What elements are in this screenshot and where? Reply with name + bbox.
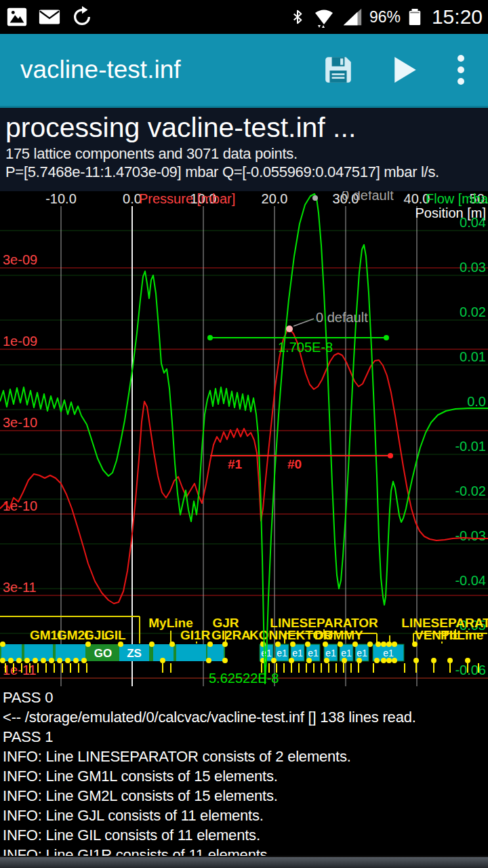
bar-label-e1: e1 bbox=[357, 648, 367, 658]
cursor-dot bbox=[286, 326, 293, 332]
log-line: INFO: Line GIL consists of 11 elements. bbox=[3, 825, 485, 845]
node-dot bbox=[392, 642, 397, 647]
log-line: INFO: Line GI1R consists of 11 elements. bbox=[3, 845, 485, 856]
node-dot bbox=[381, 658, 386, 663]
log-line: PASS 1 bbox=[3, 727, 485, 747]
node-dot bbox=[386, 658, 392, 663]
node-dot bbox=[275, 642, 281, 647]
save-button[interactable] bbox=[323, 54, 354, 85]
log-line: INFO: Line GJL consists of 11 elements. bbox=[3, 806, 485, 825]
log-line: PASS 0 bbox=[3, 688, 485, 707]
log-line: INFO: Line GM2L consists of 15 elements. bbox=[3, 786, 485, 806]
x-tick-label: -10.0 bbox=[45, 191, 77, 206]
bar-label-e1: e1 bbox=[308, 648, 319, 658]
node-dot bbox=[206, 658, 211, 663]
flow-tick-label: -0.04 bbox=[455, 573, 486, 588]
bar-label-e1: e1 bbox=[277, 648, 287, 658]
pressure-tick-label: 1e-11 bbox=[3, 663, 37, 677]
status-bar: 96% 15:20 bbox=[0, 0, 488, 34]
node-dot bbox=[169, 642, 175, 647]
run-button[interactable] bbox=[393, 56, 418, 84]
node-dot bbox=[0, 658, 5, 663]
bar-segment bbox=[176, 644, 206, 661]
node-dot bbox=[367, 642, 373, 647]
flow-tick-label: 0.01 bbox=[460, 349, 486, 364]
chart-area[interactable]: -10.00.010.020.030.040.050.0Pressure [mb… bbox=[0, 191, 488, 686]
node-dot bbox=[352, 642, 358, 647]
node-dot bbox=[57, 658, 62, 663]
node-dot bbox=[375, 642, 381, 647]
processing-header: processing vacline-test.inf ... 175 latt… bbox=[0, 108, 488, 191]
bar-label-zs: ZS bbox=[127, 647, 142, 660]
flow-tick-label: -0.06 bbox=[455, 663, 486, 677]
node-dot bbox=[290, 642, 296, 647]
node-dot bbox=[65, 658, 70, 663]
node-dot bbox=[49, 658, 54, 663]
flow-range-dot bbox=[384, 335, 389, 340]
bar-label-e1: e1 bbox=[341, 648, 352, 658]
bluetooth-icon bbox=[289, 5, 306, 28]
notification-icons bbox=[5, 5, 94, 28]
log-output[interactable]: PASS 0<-- /storage/emulated/0/calcvac/va… bbox=[0, 686, 488, 856]
processing-title: processing vacline-test.inf ... bbox=[5, 111, 484, 144]
node-dot bbox=[33, 658, 38, 663]
component-label: PbLine bbox=[441, 628, 483, 642]
android-screen: 96% 15:20 vacline-test.inf bbox=[0, 0, 488, 868]
pressure-tick-label: 3e-09 bbox=[3, 252, 37, 267]
flow-curve bbox=[0, 194, 488, 684]
cursor-label: 0 default bbox=[316, 310, 368, 325]
overflow-menu-icon bbox=[457, 54, 465, 86]
bar-label-e1: e1 bbox=[292, 648, 303, 658]
node-dot bbox=[81, 658, 87, 663]
component-label: GIL bbox=[104, 628, 126, 642]
node-dot bbox=[271, 658, 277, 663]
toolbar-actions bbox=[323, 54, 465, 86]
x-tick-label: 20.0 bbox=[262, 191, 288, 206]
flow-tick-label: 0.03 bbox=[460, 260, 486, 275]
flow-tick-label: -0.02 bbox=[455, 484, 486, 498]
wifi-icon bbox=[312, 5, 336, 28]
node-dot bbox=[357, 658, 362, 663]
overflow-menu-button[interactable] bbox=[457, 54, 465, 86]
clock: 15:20 bbox=[432, 5, 483, 28]
app-toolbar: vacline-test.inf bbox=[0, 34, 488, 108]
node-dot bbox=[323, 642, 328, 647]
system-status-icons: 96% 15:20 bbox=[289, 5, 483, 28]
node-dot bbox=[324, 658, 329, 663]
node-dot bbox=[305, 642, 310, 647]
flow-max-label: 1.705E-8 bbox=[278, 340, 333, 355]
node-dot bbox=[374, 658, 380, 663]
annotations: 1.705E-8#1#00 default0 default5.62522E-8 bbox=[207, 191, 394, 686]
pressure-tick-label: 1e-09 bbox=[3, 334, 37, 349]
battery-percent: 96% bbox=[369, 8, 401, 26]
node-dot bbox=[412, 642, 418, 647]
screenshot-icon bbox=[5, 5, 28, 28]
node-dot bbox=[392, 658, 397, 663]
node-dot bbox=[431, 658, 436, 663]
node-dot bbox=[222, 658, 228, 663]
marker-0-label: #0 bbox=[287, 457, 302, 471]
node-dot bbox=[8, 658, 14, 663]
email-icon bbox=[38, 5, 61, 28]
node-dot bbox=[342, 658, 347, 663]
node-dot bbox=[73, 658, 79, 663]
pressure-tick-label: 3e-11 bbox=[3, 580, 37, 595]
node-dot bbox=[260, 642, 266, 647]
node-dot bbox=[338, 642, 343, 647]
node-dot bbox=[306, 658, 312, 663]
flow-tick-label: 0.02 bbox=[460, 304, 486, 319]
node-dot bbox=[222, 642, 228, 647]
flow-tick-label: -0.01 bbox=[455, 439, 486, 454]
pressure-flow-chart: -10.00.010.020.030.040.050.0Pressure [mb… bbox=[0, 191, 488, 686]
app-title: vacline-test.inf bbox=[20, 56, 181, 84]
flow-range-dot bbox=[207, 335, 213, 340]
signal-icon bbox=[342, 5, 363, 28]
node-dot bbox=[24, 658, 30, 663]
node-dot bbox=[289, 658, 294, 663]
pressure-tick-label: 3e-10 bbox=[3, 415, 37, 430]
component-label: GI2R bbox=[211, 628, 242, 642]
bar-label-e1: e1 bbox=[383, 648, 394, 658]
update-icon bbox=[70, 5, 94, 28]
nav-bar-hint bbox=[0, 856, 488, 868]
pressure-axis-label: Pressure [mbar] bbox=[139, 191, 235, 206]
